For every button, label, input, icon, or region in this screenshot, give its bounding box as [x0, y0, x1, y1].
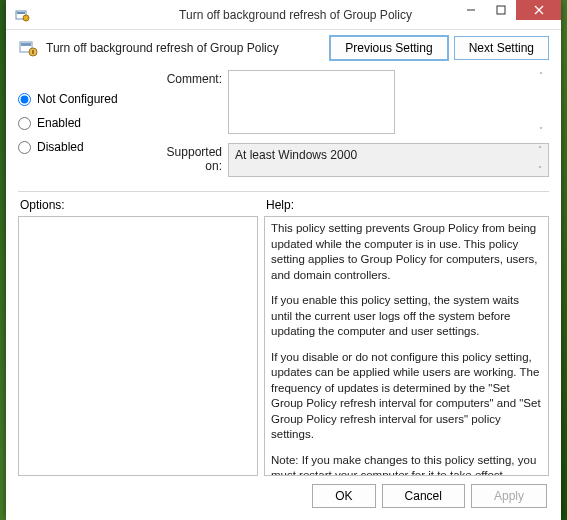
ok-button[interactable]: OK: [312, 484, 375, 508]
radio-not-configured[interactable]: Not Configured: [18, 92, 138, 106]
dialog-window: Turn off background refresh of Group Pol…: [6, 0, 561, 520]
policy-icon: [18, 38, 38, 58]
options-pane: [18, 216, 258, 476]
app-icon: [14, 7, 30, 23]
config-area: Not Configured Enabled Disabled Comment:…: [6, 64, 561, 187]
help-paragraph: If you enable this policy setting, the s…: [271, 293, 542, 340]
help-paragraph: If you disable or do not configure this …: [271, 350, 542, 443]
help-paragraph: This policy setting prevents Group Polic…: [271, 221, 542, 283]
help-pane: This policy setting prevents Group Polic…: [264, 216, 549, 476]
supported-on-label: Supported on:: [148, 143, 228, 173]
header-row: Turn off background refresh of Group Pol…: [6, 30, 561, 64]
next-setting-button[interactable]: Next Setting: [454, 36, 549, 60]
radio-enabled-input[interactable]: [18, 117, 31, 130]
window-controls: [456, 0, 561, 20]
options-label: Options:: [20, 198, 266, 212]
comment-label: Comment:: [148, 70, 228, 86]
radio-label: Disabled: [37, 140, 84, 154]
separator: [18, 191, 549, 192]
radio-disabled[interactable]: Disabled: [18, 140, 138, 154]
close-button[interactable]: [516, 0, 561, 20]
apply-button[interactable]: Apply: [471, 484, 547, 508]
minimize-button[interactable]: [456, 0, 486, 20]
supported-scroll-icon[interactable]: ˄˅: [533, 145, 547, 175]
previous-setting-button[interactable]: Previous Setting: [330, 36, 447, 60]
svg-rect-10: [32, 50, 34, 54]
radio-disabled-input[interactable]: [18, 141, 31, 154]
comment-scroll-icon[interactable]: ˄˅: [534, 71, 548, 136]
footer-buttons: OK Cancel Apply: [6, 474, 561, 520]
svg-rect-8: [21, 43, 31, 46]
radio-label: Enabled: [37, 116, 81, 130]
svg-rect-4: [497, 6, 505, 14]
panes: This policy setting prevents Group Polic…: [6, 216, 561, 474]
supported-on-text: At least Windows 2000: [235, 148, 357, 162]
policy-title: Turn off background refresh of Group Pol…: [46, 41, 322, 55]
help-label: Help:: [266, 198, 294, 212]
svg-point-2: [23, 15, 29, 21]
supported-on-value: At least Windows 2000 ˄˅: [228, 143, 549, 177]
help-paragraph: Note: If you make changes to this policy…: [271, 453, 542, 476]
radio-enabled[interactable]: Enabled: [18, 116, 138, 130]
state-radios: Not Configured Enabled Disabled: [18, 70, 138, 183]
cancel-button[interactable]: Cancel: [382, 484, 465, 508]
comment-textarea[interactable]: [228, 70, 395, 134]
titlebar: Turn off background refresh of Group Pol…: [6, 0, 561, 30]
radio-not-configured-input[interactable]: [18, 93, 31, 106]
maximize-button[interactable]: [486, 0, 516, 20]
svg-rect-1: [17, 12, 25, 14]
pane-labels: Options: Help:: [6, 196, 561, 216]
radio-label: Not Configured: [37, 92, 118, 106]
